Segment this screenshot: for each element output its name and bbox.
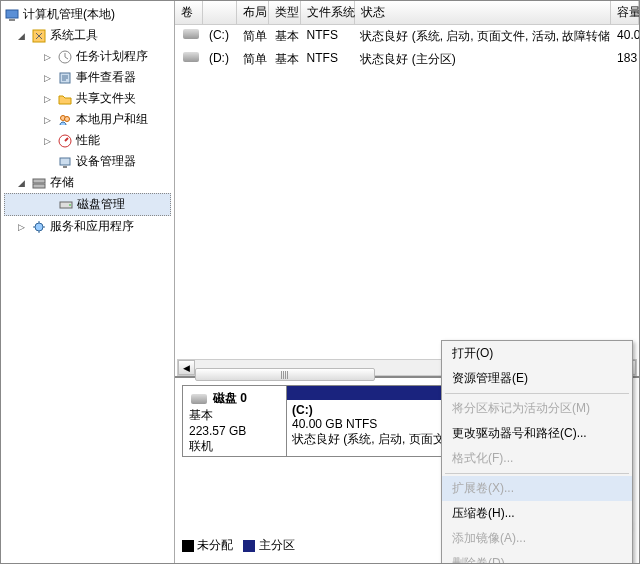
- tree-group-services[interactable]: ▷服务和应用程序: [4, 216, 171, 237]
- disk-icon: [191, 394, 207, 404]
- tree-label: 本地用户和组: [76, 111, 148, 128]
- tree-group-tools[interactable]: ◢ 系统工具: [4, 25, 171, 46]
- tools-icon: [31, 28, 47, 44]
- th-layout[interactable]: 布局: [237, 1, 269, 24]
- cell-layout: 简单: [237, 50, 269, 69]
- ctx-delete: 删除卷(D)...: [442, 551, 632, 564]
- tree-item-perf[interactable]: ▷性能: [4, 130, 171, 151]
- users-icon: [57, 112, 73, 128]
- tree-label: 磁盘管理: [77, 196, 125, 213]
- ctx-open[interactable]: 打开(O): [442, 341, 632, 366]
- th-type[interactable]: 类型: [269, 1, 301, 24]
- storage-icon: [31, 175, 47, 191]
- cell-fs: NTFS: [301, 27, 355, 46]
- arrow-icon: ▷: [44, 136, 54, 146]
- cell-layout: 简单: [237, 27, 269, 46]
- svg-rect-8: [60, 158, 70, 165]
- svg-point-13: [69, 204, 71, 206]
- folder-icon: [57, 91, 73, 107]
- tree-label: 存储: [50, 174, 74, 191]
- th-cap[interactable]: 容量: [611, 1, 639, 24]
- scroll-thumb[interactable]: [195, 368, 375, 381]
- services-icon: [31, 219, 47, 235]
- computer-icon: [4, 7, 20, 23]
- svg-rect-11: [33, 184, 45, 188]
- ctx-mirror: 添加镜像(A)...: [442, 526, 632, 551]
- tree-root-label: 计算机管理(本地): [23, 6, 115, 23]
- ctx-change-drive[interactable]: 更改驱动器号和路径(C)...: [442, 421, 632, 446]
- ctx-extend: 扩展卷(X)...: [442, 476, 632, 501]
- tree-item-shared[interactable]: ▷共享文件夹: [4, 88, 171, 109]
- tree-label: 性能: [76, 132, 100, 149]
- disk-name: 磁盘 0: [213, 390, 247, 407]
- cell-drive: (C:): [203, 27, 237, 46]
- th-empty[interactable]: [203, 1, 237, 24]
- cell-drive: (D:): [203, 50, 237, 69]
- legend-unalloc: 未分配: [197, 538, 233, 552]
- ctx-format: 格式化(F)...: [442, 446, 632, 471]
- perf-icon: [57, 133, 73, 149]
- volume-icon: [183, 29, 199, 39]
- tree-item-devmgr[interactable]: 设备管理器: [4, 151, 171, 172]
- cell-cap: 40.0: [611, 27, 639, 46]
- context-menu: 打开(O) 资源管理器(E) 将分区标记为活动分区(M) 更改驱动器号和路径(C…: [441, 340, 633, 564]
- svg-rect-10: [33, 179, 45, 183]
- tree-label: 设备管理器: [76, 153, 136, 170]
- cell-type: 基本: [269, 50, 301, 69]
- ctx-mark-active: 将分区标记为活动分区(M): [442, 396, 632, 421]
- disk-type: 基本: [189, 407, 280, 424]
- arrow-icon: ▷: [44, 115, 54, 125]
- events-icon: [57, 70, 73, 86]
- cell-fs: NTFS: [301, 50, 355, 69]
- tree-group-storage[interactable]: ◢存储: [4, 172, 171, 193]
- tree-root[interactable]: 计算机管理(本地): [4, 4, 171, 25]
- part-size: 40.00 GB NTFS: [292, 417, 377, 431]
- cell-cap: 183: [611, 50, 639, 69]
- tree-item-users[interactable]: ▷本地用户和组: [4, 109, 171, 130]
- scheduler-icon: [57, 49, 73, 65]
- disk-size: 223.57 GB: [189, 424, 280, 438]
- table-row[interactable]: (D:) 简单 基本 NTFS 状态良好 (主分区) 183: [175, 48, 639, 71]
- separator: [445, 393, 629, 394]
- arrow-icon: ▷: [18, 222, 28, 232]
- svg-rect-9: [63, 166, 67, 168]
- tree-label: 共享文件夹: [76, 90, 136, 107]
- legend-unalloc-box: [182, 540, 194, 552]
- table-row[interactable]: (C:) 简单 基本 NTFS 状态良好 (系统, 启动, 页面文件, 活动, …: [175, 25, 639, 48]
- svg-rect-1: [9, 19, 15, 21]
- cell-type: 基本: [269, 27, 301, 46]
- arrow-icon: ▷: [44, 52, 54, 62]
- disk-online: 联机: [189, 438, 280, 455]
- part-status: 状态良好 (系统, 启动, 页面文: [292, 432, 445, 446]
- th-vol[interactable]: 卷: [175, 1, 203, 24]
- ctx-shrink[interactable]: 压缩卷(H)...: [442, 501, 632, 526]
- volume-table-header: 卷 布局 类型 文件系统 状态 容量: [175, 1, 639, 25]
- scroll-left-button[interactable]: ◀: [178, 360, 195, 375]
- svg-point-14: [35, 223, 43, 231]
- tree-item-diskmgmt[interactable]: 磁盘管理: [4, 193, 171, 216]
- disk-info[interactable]: 磁盘 0 基本 223.57 GB 联机: [183, 386, 287, 456]
- th-status[interactable]: 状态: [355, 1, 611, 24]
- disk-icon: [58, 197, 74, 213]
- arrow-icon: ▷: [44, 73, 54, 83]
- volume-icon: [183, 52, 199, 62]
- svg-point-6: [65, 116, 70, 121]
- cell-status: 状态良好 (系统, 启动, 页面文件, 活动, 故障转储, 主分区): [354, 27, 611, 46]
- ctx-explorer[interactable]: 资源管理器(E): [442, 366, 632, 391]
- arrow-icon: ▷: [44, 94, 54, 104]
- svg-rect-0: [6, 10, 18, 18]
- volume-table-body: (C:) 简单 基本 NTFS 状态良好 (系统, 启动, 页面文件, 活动, …: [175, 25, 639, 71]
- tree-item-scheduler[interactable]: ▷任务计划程序: [4, 46, 171, 67]
- tree-label: 服务和应用程序: [50, 218, 134, 235]
- cell-status: 状态良好 (主分区): [354, 50, 611, 69]
- legend-primary-box: [243, 540, 255, 552]
- separator: [445, 473, 629, 474]
- nav-tree: 计算机管理(本地) ◢ 系统工具 ▷任务计划程序 ▷事件查看器 ▷共享文件夹 ▷…: [1, 1, 175, 563]
- arrow-icon: ◢: [18, 178, 28, 188]
- part-drive: (C:): [292, 403, 313, 417]
- tree-item-events[interactable]: ▷事件查看器: [4, 67, 171, 88]
- th-fs[interactable]: 文件系统: [301, 1, 355, 24]
- tree-label: 任务计划程序: [76, 48, 148, 65]
- arrow-icon: ◢: [18, 31, 28, 41]
- tree-label: 系统工具: [50, 27, 98, 44]
